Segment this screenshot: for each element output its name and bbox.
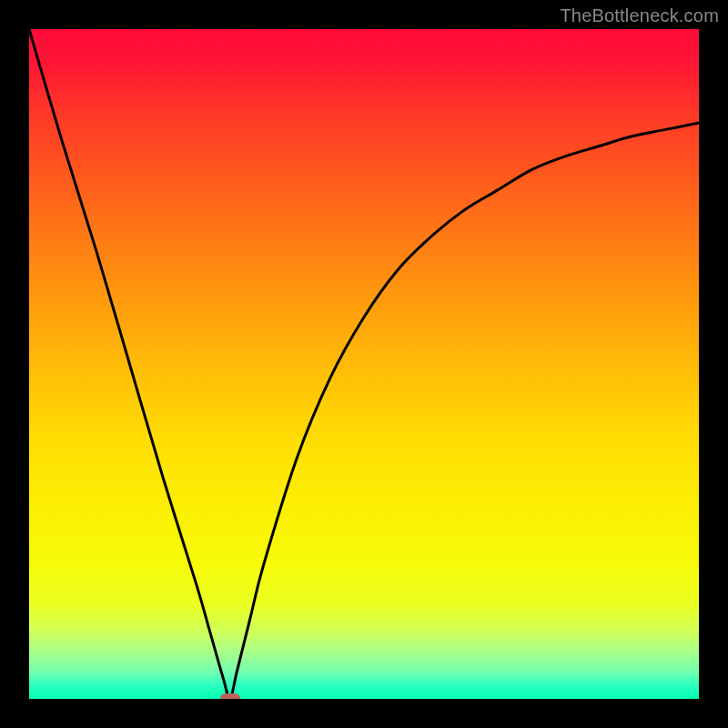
bottleneck-curve [29,29,699,699]
plot-area [29,29,699,699]
chart-frame: TheBottleneck.com [0,0,728,728]
watermark-text: TheBottleneck.com [560,5,719,26]
optimum-marker [220,693,240,699]
